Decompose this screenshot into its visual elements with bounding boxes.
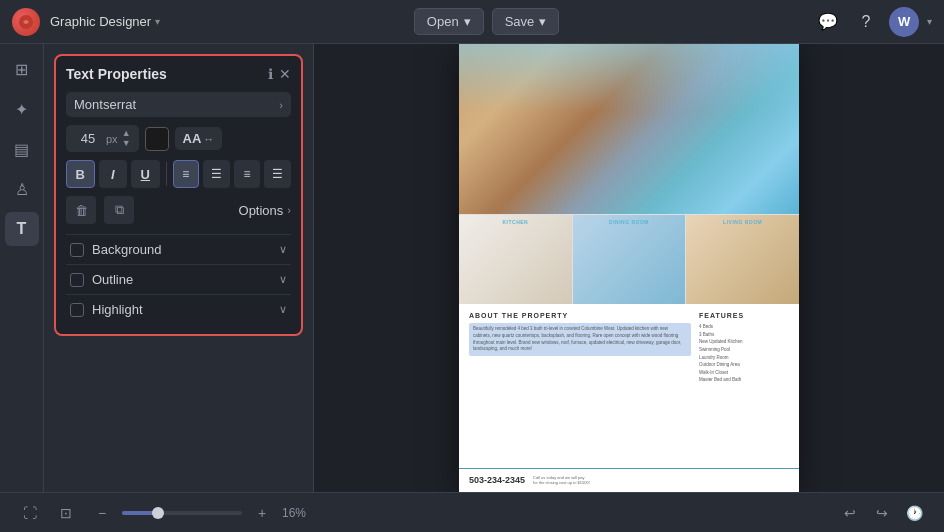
save-chevron-icon: ▾: [539, 14, 546, 29]
history-icon: 🕐: [906, 505, 923, 521]
open-button[interactable]: Open ▾: [414, 8, 484, 35]
fullscreen-icon: ⛶: [23, 505, 37, 521]
align-right-button[interactable]: ≡: [234, 160, 261, 188]
fullscreen-icon-button[interactable]: ⛶: [16, 499, 44, 527]
underline-button[interactable]: U: [131, 160, 160, 188]
canvas-hero-image: [459, 44, 799, 214]
fit-screen-icon: ⊡: [60, 505, 72, 521]
media-icon-button[interactable]: ▤: [5, 132, 39, 166]
delete-icon-button[interactable]: 🗑: [66, 196, 96, 224]
help-icon-button[interactable]: ?: [851, 7, 881, 37]
font-selector[interactable]: Montserrat ›: [66, 92, 291, 117]
zoom-in-icon: +: [258, 505, 266, 521]
align-center-icon: ☰: [211, 167, 222, 181]
feature-item: 3 Baths: [699, 331, 789, 339]
app-title-chevron-icon: ▾: [155, 16, 160, 27]
text-tool-icon-button[interactable]: T: [5, 212, 39, 246]
zoom-slider-thumb[interactable]: [152, 507, 164, 519]
design-canvas: KITCHEN DINING ROOM LIVING ROOM ABOUT TH…: [459, 44, 799, 492]
app-logo: [12, 8, 40, 36]
save-button[interactable]: Save ▾: [492, 8, 560, 35]
size-up-button[interactable]: ▲: [122, 129, 131, 138]
app-title-group[interactable]: Graphic Designer ▾: [50, 14, 160, 29]
copy-icon-button[interactable]: ⧉: [104, 196, 134, 224]
features-title: FEATURES: [699, 312, 789, 319]
fit-screen-icon-button[interactable]: ⊡: [52, 499, 80, 527]
feature-item: 4 Beds: [699, 323, 789, 331]
shapes-icon: ✦: [15, 100, 28, 119]
top-bar: Graphic Designer ▾ Open ▾ Save ▾ 💬 ? W ▾: [0, 0, 944, 44]
open-chevron-icon: ▾: [464, 14, 471, 29]
layers-icon: ⊞: [15, 60, 28, 79]
redo-button[interactable]: ↪: [868, 499, 896, 527]
zoom-level: 16%: [282, 506, 317, 520]
tp-header-icons: ℹ ✕: [268, 66, 291, 82]
aa-arrow-icon: ↔: [203, 133, 214, 145]
background-checkbox[interactable]: [70, 243, 84, 257]
background-label: Background: [92, 242, 271, 257]
size-row: 45 px ▲ ▼ AA ↔: [66, 125, 291, 152]
zoom-slider-group: − + 16%: [88, 499, 317, 527]
feature-item: Outdoor Dining Area: [699, 361, 789, 369]
tp-header: Text Properties ℹ ✕: [66, 66, 291, 82]
outline-row[interactable]: Outline ∨: [66, 264, 291, 294]
canvas-grid-living: LIVING ROOM: [686, 215, 799, 304]
align-justify-button[interactable]: ☰: [264, 160, 291, 188]
about-text: Beautifully remodeled 4 bed 3 bath tri-l…: [469, 323, 691, 356]
avatar[interactable]: W: [889, 7, 919, 37]
canvas-two-col: ABOUT THE PROPERTY Beautifully remodeled…: [469, 312, 789, 384]
options-button[interactable]: Options ›: [239, 203, 291, 218]
zoom-in-button[interactable]: +: [248, 499, 276, 527]
canvas-grid-kitchen: KITCHEN: [459, 215, 573, 304]
color-swatch[interactable]: [145, 127, 169, 151]
highlight-checkbox[interactable]: [70, 303, 84, 317]
text-properties-panel: Text Properties ℹ ✕ Montserrat › 45 px ▲: [54, 54, 303, 336]
layers-icon-button[interactable]: ⊞: [5, 52, 39, 86]
tp-title: Text Properties: [66, 66, 167, 82]
highlight-row[interactable]: Highlight ∨: [66, 294, 291, 324]
shapes-icon-button[interactable]: ✦: [5, 92, 39, 126]
history-button[interactable]: 🕐: [900, 499, 928, 527]
size-value: 45: [74, 131, 102, 146]
top-bar-center: Open ▾ Save ▾: [414, 8, 559, 35]
italic-button[interactable]: I: [99, 160, 128, 188]
canvas-phone: 503-234-2345: [469, 475, 525, 485]
canvas-footer: 503-234-2345 Call us today and we will p…: [459, 468, 799, 492]
redo-icon: ↪: [876, 505, 888, 521]
bottom-bar: ⛶ ⊡ − + 16% ↩ ↪ 🕐: [0, 492, 944, 532]
main-layout: ⊞ ✦ ▤ ♙ T Text Properties ℹ ✕: [0, 44, 944, 492]
close-icon-button[interactable]: ✕: [279, 66, 291, 82]
size-down-button[interactable]: ▼: [122, 139, 131, 148]
size-input-group: 45 px ▲ ▼: [66, 125, 139, 152]
app-title: Graphic Designer: [50, 14, 151, 29]
canvas-col-right: FEATURES 4 Beds 3 Baths New Updated Kitc…: [699, 312, 789, 384]
outline-checkbox[interactable]: [70, 273, 84, 287]
font-name-label: Montserrat: [74, 97, 279, 112]
background-chevron-icon: ∨: [279, 243, 287, 256]
aa-button[interactable]: AA ↔: [175, 127, 223, 150]
info-icon-button[interactable]: ℹ: [268, 66, 273, 82]
background-row[interactable]: Background ∨: [66, 234, 291, 264]
align-center-button[interactable]: ☰: [203, 160, 230, 188]
feature-item: Walk-In Closet: [699, 369, 789, 377]
top-bar-right: 💬 ? W ▾: [813, 7, 932, 37]
undo-button[interactable]: ↩: [836, 499, 864, 527]
zoom-out-button[interactable]: −: [88, 499, 116, 527]
zoom-slider[interactable]: [122, 511, 242, 515]
align-left-button[interactable]: ≡: [173, 160, 200, 188]
align-left-icon: ≡: [182, 167, 189, 181]
highlight-label: Highlight: [92, 302, 271, 317]
bold-button[interactable]: B: [66, 160, 95, 188]
feature-item: Swimming Pool: [699, 346, 789, 354]
users-icon-button[interactable]: ♙: [5, 172, 39, 206]
user-chevron-icon: ▾: [927, 16, 932, 27]
living-label: LIVING ROOM: [686, 219, 799, 225]
dining-label: DINING ROOM: [573, 219, 686, 225]
chat-icon-button[interactable]: 💬: [813, 7, 843, 37]
outline-chevron-icon: ∨: [279, 273, 287, 286]
media-icon: ▤: [14, 140, 29, 159]
icon-row: 🗑 ⧉ Options ›: [66, 196, 291, 224]
canvas-grid: KITCHEN DINING ROOM LIVING ROOM: [459, 214, 799, 304]
canvas-area: KITCHEN DINING ROOM LIVING ROOM ABOUT TH…: [314, 44, 944, 492]
canvas-content: ABOUT THE PROPERTY Beautifully remodeled…: [459, 304, 799, 468]
